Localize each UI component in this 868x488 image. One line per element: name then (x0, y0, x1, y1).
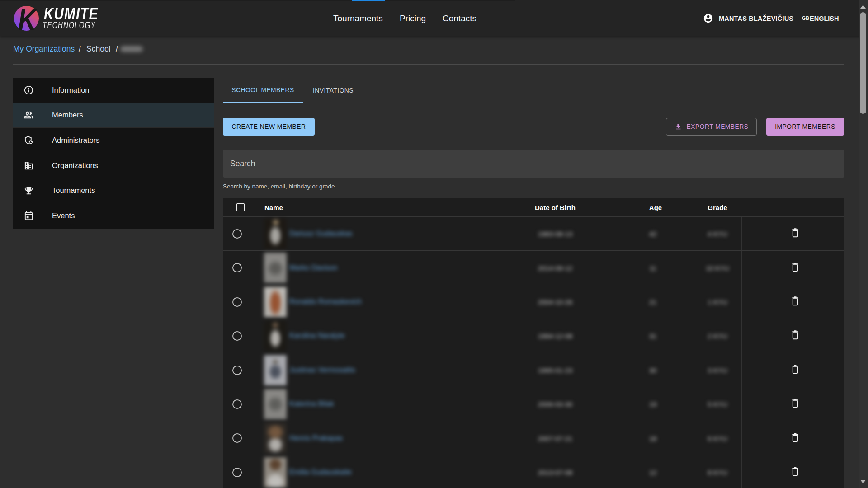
svg-text:K: K (18, 2, 38, 37)
